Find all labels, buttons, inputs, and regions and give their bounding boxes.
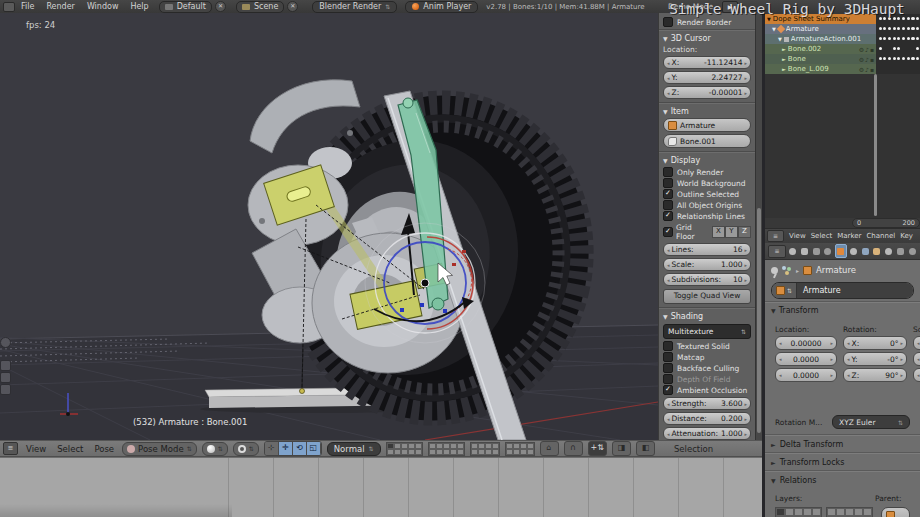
breadcrumb-object[interactable]: Armature bbox=[816, 265, 856, 275]
editor-type-button[interactable]: ≡ bbox=[3, 442, 18, 455]
cursor-y-field[interactable]: ◂ Y:2.24727▸ bbox=[663, 71, 751, 84]
armature-layer-grid-1[interactable] bbox=[470, 442, 500, 456]
keyframe-dot[interactable] bbox=[879, 27, 882, 30]
tab-object-data-icon[interactable] bbox=[872, 245, 882, 257]
keyframe-dot[interactable] bbox=[907, 57, 910, 60]
properties-editor-icon[interactable]: ≡ bbox=[768, 245, 786, 258]
scene-close-icon[interactable]: ✕ bbox=[287, 1, 298, 12]
editor-type-icon[interactable] bbox=[3, 2, 15, 12]
channel-bone-l-009[interactable]: ► Bone_L.009 ⚙♪▪ bbox=[765, 64, 876, 74]
layer-cell[interactable] bbox=[513, 449, 520, 455]
bone-name-field[interactable]: Bone.001 bbox=[663, 134, 751, 148]
layer-cell[interactable] bbox=[812, 508, 821, 516]
axis-x-button[interactable]: X bbox=[712, 226, 725, 238]
object-layers-grid-1[interactable] bbox=[775, 507, 822, 517]
layer-cell[interactable] bbox=[457, 449, 464, 455]
relationship-lines-checkbox[interactable]: ✓ bbox=[663, 211, 673, 221]
snap-element-dropdown[interactable]: +⇅ bbox=[588, 441, 607, 456]
channel-dope-sheet-summary[interactable]: ▼ Dope Sheet Summary bbox=[765, 14, 876, 24]
axis-y-button[interactable]: Y bbox=[725, 226, 738, 238]
mode-dropdown[interactable]: Pose Mode⇅ bbox=[122, 442, 197, 456]
keyframe-dot[interactable] bbox=[888, 57, 891, 60]
render-border-checkbox[interactable] bbox=[663, 17, 673, 27]
ao-attenuation-field[interactable]: ◂ Attenuation:1.000▸ bbox=[663, 427, 751, 440]
tab-scene-icon[interactable] bbox=[811, 245, 821, 257]
render-opengl-anim-button[interactable]: ◧ bbox=[636, 441, 655, 456]
dope-sheet-editor-icon[interactable]: ≡ bbox=[767, 230, 784, 242]
layer-cell[interactable] bbox=[450, 449, 457, 455]
keyframe-dot[interactable] bbox=[916, 17, 919, 20]
rotate-manipulator-icon[interactable]: ⟲ bbox=[293, 442, 307, 455]
location-y-field[interactable]: ◂0.0000▸ bbox=[775, 352, 837, 366]
layer-grid-1[interactable] bbox=[386, 442, 423, 456]
layer-cell[interactable] bbox=[803, 508, 812, 516]
menu-render[interactable]: Render bbox=[40, 2, 80, 11]
keyframe-dot[interactable] bbox=[888, 27, 891, 30]
viewport-shading-dropdown[interactable]: ⇅ bbox=[202, 442, 228, 456]
lock-icon[interactable]: ▪ bbox=[870, 66, 874, 73]
render-opengl-button[interactable]: ◨ bbox=[612, 441, 631, 456]
keyframe-dot[interactable] bbox=[916, 57, 919, 60]
cursor-z-field[interactable]: ◂ Z:-0.00001▸ bbox=[663, 86, 751, 99]
menu-file[interactable]: File bbox=[15, 2, 40, 11]
keyframe-dot[interactable] bbox=[893, 57, 896, 60]
keyframe-dot[interactable] bbox=[897, 47, 900, 50]
pivot-point-dropdown[interactable]: ⇅ bbox=[233, 442, 259, 456]
channel-bone[interactable]: ► Bone ⚙♪▪ bbox=[765, 54, 876, 64]
lock-button[interactable]: ⌂ bbox=[540, 441, 559, 456]
tab-world-icon[interactable] bbox=[823, 245, 833, 257]
layer-cell[interactable] bbox=[836, 508, 845, 516]
keyframe-dot[interactable] bbox=[902, 27, 905, 30]
keyframe-dot[interactable] bbox=[883, 37, 886, 40]
layer-cell[interactable] bbox=[394, 449, 401, 455]
keyframe-dot[interactable] bbox=[893, 37, 896, 40]
ambient-occlusion-checkbox[interactable]: ✓ bbox=[663, 385, 673, 395]
keyframe-dot[interactable] bbox=[883, 27, 886, 30]
tab-constraints-icon[interactable] bbox=[849, 245, 859, 257]
menu-select[interactable]: Select bbox=[54, 444, 86, 454]
object-layers-grid-2[interactable] bbox=[826, 507, 873, 517]
cursor-x-field[interactable]: ◂ X:-11.12414▸ bbox=[663, 56, 751, 69]
anim-player-button[interactable]: Anim Player bbox=[405, 1, 478, 13]
ds-menu-view[interactable]: View bbox=[789, 232, 806, 240]
rotation-x-field[interactable]: ◂X:0°▸ bbox=[843, 336, 907, 350]
armature-layer-grid-2[interactable] bbox=[505, 442, 535, 456]
keyframe-dot[interactable] bbox=[902, 37, 905, 40]
tab-render-layers-icon[interactable] bbox=[800, 245, 810, 257]
layout-close-icon[interactable]: ✕ bbox=[215, 1, 226, 12]
wrench-icon[interactable]: ⚙ bbox=[859, 66, 864, 73]
collapsed-toolshelf-handle[interactable] bbox=[0, 337, 11, 348]
keyframe-dot[interactable] bbox=[902, 57, 905, 60]
scale-manipulator-icon[interactable]: ◱ bbox=[307, 442, 321, 455]
layer-cell[interactable] bbox=[794, 508, 803, 516]
ao-distance-field[interactable]: ◂ Distance:0.200▸ bbox=[663, 412, 751, 425]
axis-z-button[interactable]: Z bbox=[738, 226, 751, 238]
only-render-checkbox[interactable] bbox=[663, 167, 673, 177]
speaker-icon[interactable]: ♪ bbox=[865, 66, 869, 73]
orientation-dropdown[interactable]: Normal⇅ bbox=[327, 442, 381, 456]
keyframe-dot[interactable] bbox=[893, 17, 896, 20]
keyframe-dot[interactable] bbox=[907, 37, 910, 40]
location-z-field[interactable]: ◂0.0000▸ bbox=[775, 368, 837, 382]
grid-lines-field[interactable]: ◂ Lines:16▸ bbox=[663, 243, 751, 256]
world-background-checkbox[interactable] bbox=[663, 178, 673, 188]
timeline-strip[interactable] bbox=[0, 457, 762, 517]
keyframe-dot[interactable] bbox=[897, 27, 900, 30]
all-object-origins-checkbox[interactable] bbox=[663, 200, 673, 210]
layer-grid-2[interactable] bbox=[428, 442, 465, 456]
dope-sheet-empty-area[interactable] bbox=[765, 74, 920, 218]
keyframe-dot[interactable] bbox=[916, 37, 919, 40]
keyframe-dot[interactable] bbox=[897, 57, 900, 60]
keyframe-dot[interactable] bbox=[888, 17, 891, 20]
keyframe-dot[interactable] bbox=[911, 17, 914, 20]
lock-icon[interactable]: ▪ bbox=[870, 56, 874, 63]
keyframe-dot[interactable] bbox=[888, 37, 891, 40]
keyframe-dot[interactable] bbox=[916, 27, 919, 30]
tab-physics-icon[interactable] bbox=[907, 245, 917, 257]
layer-cell[interactable] bbox=[776, 508, 785, 516]
edge-widget-1[interactable] bbox=[0, 360, 11, 371]
grid-scale-field[interactable]: ◂ Scale:1.000▸ bbox=[663, 258, 751, 271]
keyframe-dot[interactable] bbox=[879, 57, 882, 60]
keyframe-dot[interactable] bbox=[907, 17, 910, 20]
transform-locks-panel[interactable]: ►Transform Locks bbox=[765, 454, 920, 470]
